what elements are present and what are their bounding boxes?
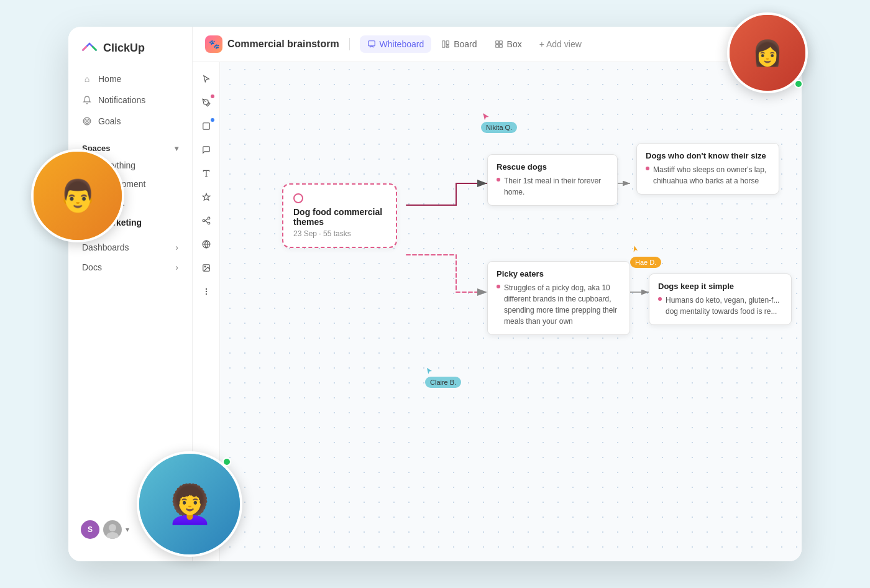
add-view-button[interactable]: + Add view xyxy=(532,35,589,53)
svg-point-25 xyxy=(206,291,206,292)
whiteboard-canvas: Nikita Q. Dog food commercial themes 23 … xyxy=(193,62,802,561)
cursor-nikita: Nikita Q. xyxy=(481,112,491,124)
cursor-label-claire: Claire B. xyxy=(425,377,461,388)
svg-point-2 xyxy=(86,121,88,122)
svg-rect-11 xyxy=(495,45,498,48)
tool-globe[interactable] xyxy=(196,234,217,255)
clickup-logo-icon xyxy=(81,39,98,57)
card-dogs-simple[interactable]: Dogs keep it simple Humans do keto, vega… xyxy=(649,273,792,325)
card-rescue-title: Rescue dogs xyxy=(497,162,608,172)
tab-box[interactable]: Box xyxy=(487,35,529,53)
tool-pen[interactable] xyxy=(196,92,217,113)
bullet-dot-4 xyxy=(658,297,662,301)
card-dogs-size[interactable]: Dogs who don't know their size Mastiff w… xyxy=(636,143,779,195)
tab-whiteboard[interactable]: Whiteboard xyxy=(360,35,432,53)
svg-rect-7 xyxy=(446,41,449,45)
docs-label: Docs xyxy=(82,262,102,272)
svg-rect-5 xyxy=(368,41,375,46)
avatar-bottom-status-dot xyxy=(222,457,231,466)
bullet-dot xyxy=(497,178,500,181)
logo: ClickUp xyxy=(68,39,192,69)
svg-rect-12 xyxy=(499,45,502,48)
pen-dot xyxy=(211,94,214,98)
project-label: Commercial brainstorm xyxy=(227,39,339,50)
cursor-claire-icon xyxy=(425,367,434,375)
deco-avatar-bottom: 👩‍🦱 xyxy=(137,451,242,557)
svg-point-26 xyxy=(206,294,206,295)
spaces-chevron-icon[interactable]: ▾ xyxy=(175,144,178,153)
avatar-s[interactable]: S xyxy=(81,520,99,539)
nav-items: ⌂ Home Notifications xyxy=(68,69,192,131)
deco-avatar-left: 👨 xyxy=(31,149,124,242)
card-rescue-dogs[interactable]: Rescue dogs Their 1st meal in their fore… xyxy=(487,154,618,206)
main-card-status-icon xyxy=(293,193,303,203)
tool-sparkle[interactable] xyxy=(196,186,217,208)
svg-point-1 xyxy=(85,119,89,124)
card-size-bullet: Mastiff who sleeps on owner's lap, chihu… xyxy=(646,164,770,186)
cursor-label-hae: Hae D. xyxy=(630,257,661,268)
dashboards-arrow-icon: › xyxy=(175,242,178,252)
sidebar-item-docs[interactable]: Docs › xyxy=(68,257,192,277)
svg-point-23 xyxy=(204,266,206,267)
board-tab-icon xyxy=(441,40,450,48)
home-icon: ⌂ xyxy=(82,74,92,84)
svg-rect-13 xyxy=(203,123,209,130)
tool-connections[interactable] xyxy=(196,210,217,231)
add-view-label: + Add view xyxy=(539,39,582,49)
card-picky-eaters[interactable]: Picky eaters Struggles of a picky dog, a… xyxy=(487,261,630,335)
card-simple-title: Dogs keep it simple xyxy=(658,282,782,291)
header-divider xyxy=(349,38,350,50)
avatar-user[interactable] xyxy=(103,520,122,539)
svg-rect-8 xyxy=(446,46,449,47)
whiteboard-tab-icon xyxy=(367,40,376,48)
docs-arrow-icon: › xyxy=(175,262,178,272)
sidebar-item-goals[interactable]: Goals xyxy=(75,111,186,131)
rect-dot xyxy=(211,118,214,122)
goals-icon xyxy=(82,116,92,126)
svg-point-18 xyxy=(208,222,210,224)
board-tab-label: Board xyxy=(454,39,477,49)
deco-avatar-top-right: 👩 xyxy=(727,12,808,93)
main-card[interactable]: Dog food commercial themes 23 Sep · 55 t… xyxy=(282,183,397,248)
goals-label: Goals xyxy=(98,116,121,126)
avatar-dropdown-icon[interactable]: ▾ xyxy=(126,525,129,534)
cursor-claire: Claire B. xyxy=(425,367,434,378)
whiteboard-tab-label: Whiteboard xyxy=(380,39,424,49)
tool-more[interactable] xyxy=(196,281,217,302)
bullet-dot-2 xyxy=(646,167,649,170)
cursor-hae: Hae D. xyxy=(630,246,640,258)
header: 🐾 Commercial brainstorm Whiteboard xyxy=(193,27,802,62)
tool-image[interactable] xyxy=(196,257,217,278)
tool-cursor[interactable] xyxy=(196,68,217,90)
svg-point-17 xyxy=(208,217,210,219)
box-tab-icon xyxy=(495,40,503,48)
dashboards-label: Dashboards xyxy=(82,242,129,252)
home-label: Home xyxy=(98,74,121,84)
sidebar-item-notifications[interactable]: Notifications xyxy=(75,90,186,110)
svg-rect-10 xyxy=(499,41,502,44)
card-picky-bullet: Struggles of a picky dog, aka 10 differe… xyxy=(497,282,621,327)
cursor-hae-icon xyxy=(629,244,642,257)
bell-icon xyxy=(82,95,92,105)
project-icon: 🐾 xyxy=(205,35,222,53)
cursor-nikita-icon xyxy=(481,112,491,122)
dashboards-section: Dashboards › Docs › xyxy=(68,237,192,277)
card-size-title: Dogs who don't know their size xyxy=(646,151,770,160)
view-tabs: Whiteboard Board xyxy=(360,35,589,53)
card-rescue-bullet: Their 1st meal in their forever home. xyxy=(497,175,608,198)
svg-point-16 xyxy=(203,219,205,222)
tool-text[interactable] xyxy=(196,163,217,184)
svg-point-3 xyxy=(109,524,116,531)
tool-rectangle[interactable] xyxy=(196,116,217,137)
tool-note[interactable] xyxy=(196,139,217,160)
svg-point-4 xyxy=(106,532,119,539)
notifications-label: Notifications xyxy=(98,95,145,105)
sidebar-item-home[interactable]: ⌂ Home xyxy=(75,69,186,89)
tab-board[interactable]: Board xyxy=(434,35,484,53)
cursor-label-nikita: Nikita Q. xyxy=(481,122,517,133)
app-name: ClickUp xyxy=(103,42,145,55)
svg-point-24 xyxy=(206,288,206,289)
svg-rect-9 xyxy=(495,41,498,44)
svg-rect-6 xyxy=(442,41,445,48)
main-card-subtitle: 23 Sep · 55 tasks xyxy=(293,229,386,238)
